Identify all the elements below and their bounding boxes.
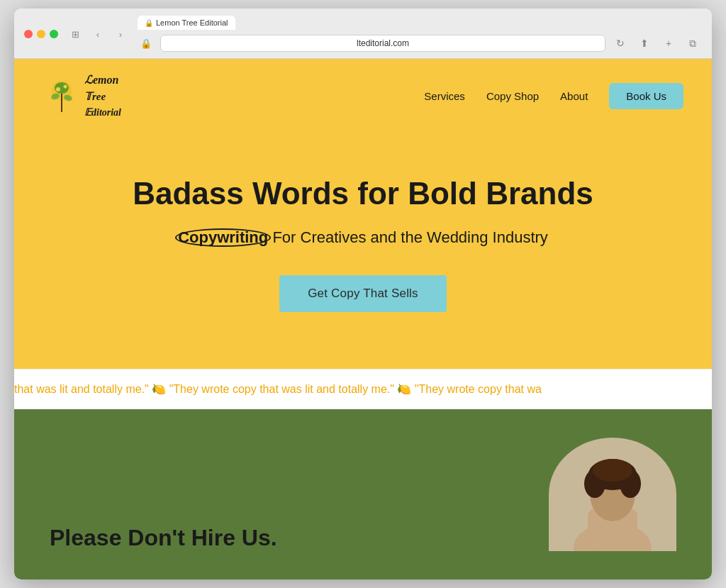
hero-title: Badass Words for Bold Brands	[43, 175, 683, 213]
tab-overview-button[interactable]: ⧉	[683, 34, 702, 52]
nav-link-copy-shop[interactable]: Copy Shop	[486, 90, 539, 102]
shield-icon: 🔒	[138, 35, 155, 52]
hero-subtitle: Copywriting For Creatives and the Weddin…	[43, 228, 683, 247]
minimize-button[interactable]	[37, 30, 45, 38]
sidebar-toggle-button[interactable]: ⊞	[65, 26, 85, 42]
svg-point-5	[56, 87, 60, 91]
navigation: ℒemon 𝕋ree 𝔼ditorial Services Copy Shop …	[14, 59, 712, 133]
person-image	[549, 438, 676, 551]
website-content: ℒemon 𝕋ree 𝔼ditorial Services Copy Shop …	[14, 59, 712, 579]
green-section-title: Please Don't Hire Us.	[50, 525, 277, 551]
new-tab-button[interactable]: +	[659, 34, 678, 52]
get-copy-cta-button[interactable]: Get Copy That Sells	[279, 275, 447, 312]
back-button[interactable]: ‹	[88, 26, 108, 42]
logo-icon	[43, 77, 82, 116]
person-silhouette-svg	[556, 438, 669, 551]
hero-subtitle-rest: For Creatives and the Wedding Industry	[272, 228, 547, 246]
logo-area[interactable]: ℒemon 𝕋ree 𝔼ditorial	[43, 72, 121, 120]
logo-text: ℒemon 𝕋ree 𝔼ditorial	[84, 72, 121, 120]
nav-link-services[interactable]: Services	[424, 90, 465, 102]
share-button[interactable]: ⬆	[635, 34, 654, 52]
url-text: lteditorial.com	[357, 38, 409, 48]
forward-button[interactable]: ›	[111, 26, 130, 42]
tab-label: Lemon Tree Editorial	[156, 18, 228, 27]
nav-link-about[interactable]: About	[560, 90, 588, 102]
green-section-inner: Please Don't Hire Us.	[50, 438, 676, 551]
browser-window: ⊞ ‹ › 🔒 Lemon Tree Editorial 🔒 lteditori…	[14, 9, 712, 579]
svg-point-6	[64, 84, 67, 88]
browser-chrome: ⊞ ‹ › 🔒 Lemon Tree Editorial 🔒 lteditori…	[14, 9, 712, 59]
address-bar[interactable]: lteditorial.com	[160, 35, 605, 52]
close-button[interactable]	[24, 30, 33, 38]
hero-section: Badass Words for Bold Brands Copywriting…	[14, 133, 712, 369]
browser-tab[interactable]: 🔒 Lemon Tree Editorial	[138, 16, 235, 30]
marquee-text: that was lit and totally me." 🍋 "They wr…	[14, 382, 542, 396]
reload-button[interactable]: ↻	[611, 34, 630, 52]
svg-point-13	[593, 459, 632, 482]
copywriting-highlight: Copywriting	[178, 228, 268, 247]
nav-links: Services Copy Shop About Book Us	[424, 83, 683, 109]
book-us-button[interactable]: Book Us	[609, 83, 683, 109]
maximize-button[interactable]	[50, 30, 58, 38]
green-section: Please Don't Hire Us.	[14, 409, 712, 579]
traffic-lights	[24, 30, 58, 38]
browser-controls: ⊞ ‹ ›	[65, 26, 130, 42]
testimonial-marquee: that was lit and totally me." 🍋 "They wr…	[14, 369, 712, 409]
